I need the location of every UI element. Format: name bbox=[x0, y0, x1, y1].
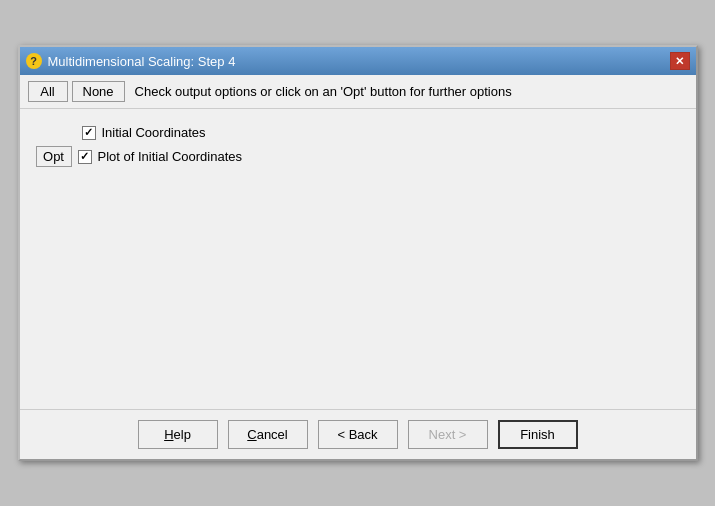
toolbar-hint: Check output options or click on an 'Opt… bbox=[135, 84, 512, 99]
options-section: Initial Coordinates Opt Plot of Initial … bbox=[36, 121, 680, 171]
title-bar: ? Multidimensional Scaling: Step 4 ✕ bbox=[20, 47, 696, 75]
window-icon: ? bbox=[26, 53, 42, 69]
help-label: Help bbox=[164, 427, 191, 442]
checkbox-plot-initial-coordinates[interactable] bbox=[78, 150, 92, 164]
footer: Help Cancel < Back Next > Finish bbox=[20, 409, 696, 459]
opt-button-plot[interactable]: Opt bbox=[36, 146, 72, 167]
main-window: ? Multidimensional Scaling: Step 4 ✕ All… bbox=[18, 45, 698, 461]
next-button[interactable]: Next > bbox=[408, 420, 488, 449]
title-bar-left: ? Multidimensional Scaling: Step 4 bbox=[26, 53, 236, 69]
content-area: Initial Coordinates Opt Plot of Initial … bbox=[20, 109, 696, 409]
close-button[interactable]: ✕ bbox=[670, 52, 690, 70]
label-plot-initial-coordinates: Plot of Initial Coordinates bbox=[98, 149, 243, 164]
option-row-plot-initial-coordinates: Opt Plot of Initial Coordinates bbox=[36, 146, 680, 167]
label-initial-coordinates: Initial Coordinates bbox=[102, 125, 206, 140]
back-button[interactable]: < Back bbox=[318, 420, 398, 449]
option-row-initial-coordinates: Initial Coordinates bbox=[82, 125, 680, 140]
cancel-button[interactable]: Cancel bbox=[228, 420, 308, 449]
none-button[interactable]: None bbox=[72, 81, 125, 102]
all-button[interactable]: All bbox=[28, 81, 68, 102]
toolbar: All None Check output options or click o… bbox=[20, 75, 696, 109]
checkbox-initial-coordinates[interactable] bbox=[82, 126, 96, 140]
cancel-label: Cancel bbox=[247, 427, 287, 442]
help-button[interactable]: Help bbox=[138, 420, 218, 449]
window-title: Multidimensional Scaling: Step 4 bbox=[48, 54, 236, 69]
finish-button[interactable]: Finish bbox=[498, 420, 578, 449]
